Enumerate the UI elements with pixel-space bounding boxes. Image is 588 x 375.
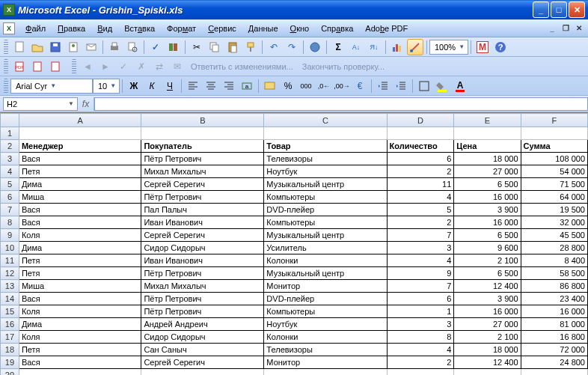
cell[interactable]: 6 bbox=[387, 153, 454, 165]
cell[interactable]: Вася bbox=[19, 216, 141, 229]
document-icon[interactable]: X bbox=[3, 22, 15, 34]
sort-desc-icon[interactable]: Я↓ bbox=[366, 39, 382, 55]
cell[interactable]: Петя bbox=[19, 165, 141, 178]
column-header[interactable]: D bbox=[387, 114, 454, 127]
cell[interactable]: Вася bbox=[19, 293, 141, 305]
cell[interactable]: Пётр Петрович bbox=[141, 305, 264, 318]
row-header[interactable]: 13 bbox=[1, 280, 19, 293]
zoom-dropdown[interactable]: 100%▼ bbox=[429, 40, 468, 55]
cell[interactable]: Михал Михалыч bbox=[141, 280, 264, 293]
cell[interactable]: 8 400 bbox=[521, 254, 587, 267]
align-left-icon[interactable] bbox=[185, 78, 201, 94]
hyperlink-icon[interactable] bbox=[307, 39, 323, 55]
cell[interactable]: Петя bbox=[19, 254, 141, 267]
cell[interactable]: 58 500 bbox=[521, 267, 587, 280]
menu-window[interactable]: Окно bbox=[284, 22, 316, 35]
increase-indent-icon[interactable] bbox=[393, 78, 409, 94]
menu-adobe[interactable]: Adobe PDF bbox=[359, 22, 414, 35]
column-header[interactable]: B bbox=[141, 114, 264, 127]
column-header[interactable]: C bbox=[264, 114, 387, 127]
undo-icon[interactable]: ↶ bbox=[266, 39, 282, 55]
cell[interactable]: 3 bbox=[387, 318, 454, 331]
review-merge-icon[interactable]: ⇄ bbox=[151, 58, 168, 75]
column-header[interactable]: A bbox=[19, 114, 141, 127]
cell[interactable]: Музыкальный центр bbox=[264, 267, 387, 280]
cell[interactable]: 16 800 bbox=[521, 331, 587, 344]
pdf-attach-icon[interactable] bbox=[47, 58, 64, 75]
menu-data[interactable]: Данные bbox=[242, 22, 284, 35]
cell[interactable]: 6 500 bbox=[454, 229, 521, 242]
cell[interactable]: Менеджер bbox=[19, 140, 141, 153]
cell[interactable]: 18 000 bbox=[454, 153, 521, 165]
font-size-dropdown[interactable]: 10▼ bbox=[93, 79, 120, 94]
comma-style-button[interactable]: 000 bbox=[298, 78, 314, 94]
cell[interactable]: Сумма bbox=[521, 140, 587, 153]
select-all-corner[interactable] bbox=[1, 114, 19, 127]
close-button[interactable]: ✕ bbox=[569, 1, 585, 18]
row-header[interactable]: 11 bbox=[1, 254, 19, 267]
cell[interactable]: 2 100 bbox=[454, 331, 521, 344]
cell[interactable]: 6 500 bbox=[454, 178, 521, 191]
mdi-minimize-button[interactable]: _ bbox=[546, 23, 558, 34]
cell[interactable]: Коля bbox=[19, 331, 141, 344]
cell[interactable]: 64 000 bbox=[521, 191, 587, 204]
spreadsheet-grid[interactable]: A B C D E F 1 2 Менеджер Покупатель Това… bbox=[0, 112, 588, 375]
row-header[interactable]: 18 bbox=[1, 344, 19, 356]
cell[interactable]: 1 bbox=[387, 305, 454, 318]
menu-format[interactable]: Формат bbox=[161, 22, 202, 35]
chart-icon[interactable] bbox=[389, 39, 405, 55]
underline-button[interactable]: Ч bbox=[162, 78, 178, 94]
cell[interactable]: 9 bbox=[387, 267, 454, 280]
row-header[interactable]: 20 bbox=[1, 369, 19, 376]
euro-button[interactable]: € bbox=[352, 78, 368, 94]
cell[interactable]: 4 bbox=[387, 191, 454, 204]
cell[interactable]: Товар bbox=[264, 140, 387, 153]
italic-button[interactable]: К bbox=[144, 78, 160, 94]
cell[interactable]: 16 000 bbox=[521, 305, 587, 318]
fx-button[interactable]: fx bbox=[78, 97, 94, 111]
fill-color-icon[interactable] bbox=[434, 78, 450, 94]
cell[interactable]: Коля bbox=[19, 229, 141, 242]
row-header[interactable]: 7 bbox=[1, 204, 19, 216]
column-header[interactable]: E bbox=[454, 114, 521, 127]
row-header[interactable]: 1 bbox=[1, 127, 19, 140]
menu-insert[interactable]: Вставка bbox=[118, 22, 161, 35]
cell[interactable]: Сергей Серегич bbox=[141, 178, 264, 191]
cell[interactable]: 16 000 bbox=[454, 305, 521, 318]
cell[interactable]: 24 800 bbox=[521, 356, 587, 369]
row-header[interactable]: 12 bbox=[1, 267, 19, 280]
cell[interactable]: Колонки bbox=[264, 254, 387, 267]
pdf-export-icon[interactable]: PDF bbox=[11, 58, 28, 75]
cell[interactable]: Петя bbox=[19, 267, 141, 280]
cell[interactable]: 81 000 bbox=[521, 318, 587, 331]
cell[interactable]: Сидор Сидорыч bbox=[141, 242, 264, 254]
open-icon[interactable] bbox=[29, 39, 46, 55]
cell[interactable]: 11 bbox=[387, 178, 454, 191]
maximize-button[interactable]: □ bbox=[551, 1, 567, 18]
row-header[interactable]: 15 bbox=[1, 305, 19, 318]
cell[interactable]: Сан Саныч bbox=[141, 344, 264, 356]
cell[interactable]: Михал Михалыч bbox=[141, 165, 264, 178]
cell[interactable]: Пал Палыч bbox=[141, 204, 264, 216]
help-icon[interactable]: ? bbox=[492, 39, 509, 55]
cell[interactable]: 9 600 bbox=[454, 242, 521, 254]
row-header[interactable]: 17 bbox=[1, 331, 19, 344]
cell[interactable]: Музыкальный центр bbox=[264, 229, 387, 242]
cell[interactable]: Иван Иванович bbox=[141, 254, 264, 267]
toolbar-grip[interactable] bbox=[4, 59, 8, 74]
decrease-indent-icon[interactable] bbox=[375, 78, 391, 94]
cell[interactable]: Вася bbox=[19, 153, 141, 165]
cell[interactable]: 54 000 bbox=[521, 165, 587, 178]
menu-view[interactable]: Вид bbox=[91, 22, 118, 35]
print-preview-icon[interactable] bbox=[124, 39, 141, 55]
review-reject-icon[interactable]: ✗ bbox=[133, 58, 150, 75]
decrease-decimal-icon[interactable]: ,00→ bbox=[334, 78, 350, 94]
menu-service[interactable]: Сервис bbox=[202, 22, 242, 35]
cell[interactable]: 16 000 bbox=[454, 191, 521, 204]
formula-input[interactable] bbox=[94, 97, 588, 111]
cell[interactable]: 72 000 bbox=[521, 344, 587, 356]
cell[interactable]: 3 900 bbox=[454, 293, 521, 305]
cell[interactable]: Иван Иванович bbox=[141, 216, 264, 229]
cell[interactable]: Петя bbox=[19, 344, 141, 356]
font-color-icon[interactable]: A bbox=[452, 78, 468, 94]
